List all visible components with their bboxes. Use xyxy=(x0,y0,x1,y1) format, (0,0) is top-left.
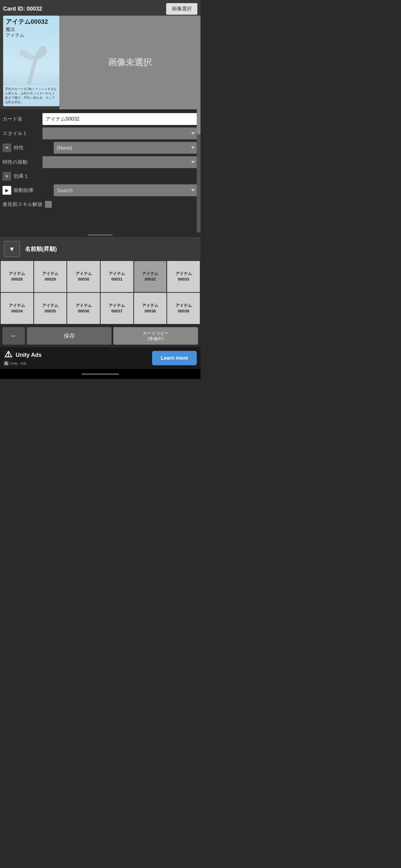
trait-select[interactable]: (None) xyxy=(54,142,198,154)
card-cell-29[interactable]: アイテム00029 xyxy=(34,261,67,292)
active-effect-select[interactable]: Search xyxy=(54,184,198,196)
ad-brand-text: Unity Ads xyxy=(15,352,41,359)
card-name-input[interactable] xyxy=(42,113,198,125)
sort-label: 名前順(昇順) xyxy=(25,245,57,253)
card-grid: アイテム00028 アイテム00029 アイテム00030 アイテム00031 … xyxy=(0,260,201,324)
card-cell-31[interactable]: アイテム00031 xyxy=(101,261,133,292)
card-preview-desc: 手札のカードを2枚トラッシュするなら使える。山札のモンスターから１枚まで選び、手… xyxy=(3,86,59,106)
home-indicator xyxy=(0,369,201,379)
pickaxe-icon xyxy=(12,41,50,85)
style1-label: スタイル１ xyxy=(2,130,40,137)
card-id-bar: Card ID: 00032 画像選択 xyxy=(3,3,197,15)
trait-row: + 特性 (None) xyxy=(0,141,201,155)
card-icon-area xyxy=(3,40,59,86)
card-id: Card ID: 00032 xyxy=(3,6,42,12)
card-cell-28[interactable]: アイテム00028 xyxy=(1,261,33,292)
ad-banner: Unity Ads Unity · Ads Learn more xyxy=(0,347,201,369)
scrollbar-track[interactable] xyxy=(197,110,201,232)
pre-evolve-label: 進化前スキル解放 xyxy=(2,201,42,208)
card-name-label: カード名 xyxy=(2,116,40,122)
card-cell-30[interactable]: アイテム00030 xyxy=(67,261,100,292)
form-section: カード名 スタイル１ + 特性 (None) 特性の発動 + 効果１ ▶ 能動効… xyxy=(0,110,201,232)
learn-more-button[interactable]: Learn more xyxy=(152,351,197,365)
ad-sub-logo: Unity · Ads xyxy=(4,361,27,366)
trait-add-button[interactable]: + xyxy=(2,144,11,152)
form-spacer xyxy=(0,211,201,230)
card-preview-type2: アイテム xyxy=(3,32,59,40)
trait-label: 特性 xyxy=(14,145,51,151)
effect1-label: 効果１ xyxy=(14,173,51,180)
card-cell-38[interactable]: アイテム00038 xyxy=(134,293,167,324)
drag-handle[interactable] xyxy=(0,232,201,238)
ad-sub-text: Unity · Ads xyxy=(10,362,27,365)
active-effect-label: 能動効果 xyxy=(14,187,51,194)
style1-row: スタイル１ xyxy=(0,126,201,141)
trait-trigger-row: 特性の発動 xyxy=(0,155,201,169)
unity-logo-icon xyxy=(4,350,13,360)
card-cell-39[interactable]: アイテム00039 xyxy=(167,293,200,324)
ad-unity-title: Unity Ads xyxy=(4,350,41,360)
home-bar xyxy=(81,373,119,375)
grid-section: アイテム00028 アイテム00029 アイテム00030 アイテム00031 … xyxy=(0,260,201,324)
card-preview: アイテム00032 魔法 アイテム 手札のカードを2枚トラッシュするなら使える。… xyxy=(3,16,59,106)
style1-select[interactable] xyxy=(42,127,198,140)
no-image-area: 画像未選択 xyxy=(59,16,201,110)
trait-trigger-select[interactable] xyxy=(42,156,198,168)
sort-bar: ▼ 名前順(昇順) xyxy=(0,238,201,260)
sort-button[interactable]: ▼ xyxy=(4,241,20,257)
pre-evolve-row: 進化前スキル解放 xyxy=(0,197,201,211)
unity-small-icon xyxy=(4,361,9,366)
card-cell-35[interactable]: アイテム00035 xyxy=(34,293,67,324)
card-cell-37[interactable]: アイテム00037 xyxy=(101,293,133,324)
trait-trigger-label: 特性の発動 xyxy=(2,159,40,165)
scrollbar-thumb[interactable] xyxy=(197,110,201,134)
effect1-add-button[interactable]: + xyxy=(2,172,11,181)
back-button[interactable]: ← xyxy=(2,327,25,345)
pre-evolve-checkbox[interactable] xyxy=(45,201,52,208)
card-cell-33[interactable]: アイテム00033 xyxy=(167,261,200,292)
card-cell-32[interactable]: アイテム00032 xyxy=(134,261,167,292)
save-button[interactable]: 保存 xyxy=(27,327,111,345)
active-effect-row: ▶ 能動効果 Search xyxy=(0,183,201,197)
bottom-bar: ← 保存 カードコピー(準備中) xyxy=(0,324,201,347)
card-cell-36[interactable]: アイテム00036 xyxy=(67,293,100,324)
ad-logo-area: Unity Ads Unity · Ads xyxy=(4,350,41,366)
drag-handle-bar xyxy=(88,234,113,236)
play-button[interactable]: ▶ xyxy=(2,186,11,195)
card-preview-title: アイテム00032 xyxy=(3,16,59,27)
no-image-text: 画像未選択 xyxy=(108,57,152,68)
card-name-row: カード名 xyxy=(0,112,201,126)
copy-button[interactable]: カードコピー(準備中) xyxy=(113,327,198,345)
card-cell-34[interactable]: アイテム00034 xyxy=(1,293,33,324)
image-select-button[interactable]: 画像選択 xyxy=(166,3,197,15)
effect1-row: + 効果１ xyxy=(0,169,201,183)
top-section: Card ID: 00032 画像選択 アイテム00032 魔法 アイテム 手札… xyxy=(0,0,201,110)
card-preview-type1: 魔法 xyxy=(3,27,59,32)
